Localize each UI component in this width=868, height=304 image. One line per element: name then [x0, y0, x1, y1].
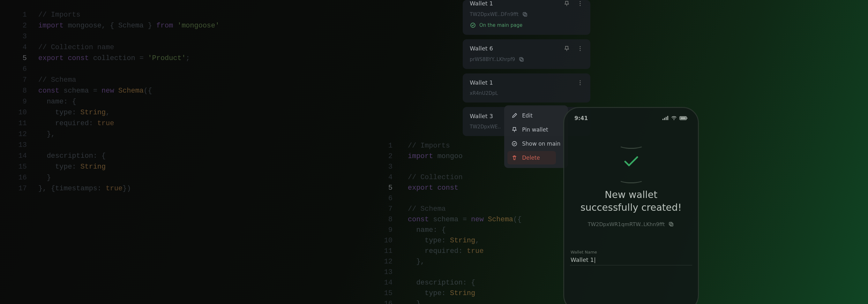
- svg-rect-9: [521, 58, 523, 61]
- svg-rect-22: [670, 223, 673, 226]
- svg-rect-4: [523, 12, 526, 15]
- svg-rect-21: [687, 118, 687, 119]
- more-icon[interactable]: [577, 80, 583, 86]
- check-circle-icon: [470, 22, 476, 28]
- more-icon[interactable]: [577, 0, 583, 7]
- menu-item-pin[interactable]: Pin wallet: [504, 123, 568, 137]
- check-icon: [624, 156, 639, 167]
- check-circle-icon: [511, 141, 518, 147]
- wallet-name-input[interactable]: Wallet Name Wallet 1|: [570, 250, 692, 265]
- status-time: 9:41: [575, 115, 588, 121]
- success-illustration: [570, 141, 692, 191]
- pin-icon[interactable]: [564, 0, 570, 7]
- wifi-icon: [671, 116, 677, 120]
- input-value: Wallet 1|: [570, 256, 691, 263]
- wallet-card[interactable]: Wallet 1 xR4nU2DpL: [463, 73, 590, 102]
- wallet-address: TW2DpxWR1qmRTW..LKhn9fft: [588, 221, 665, 227]
- pin-icon[interactable]: [564, 45, 570, 52]
- wallet-address: TW2DpxWE..: [470, 124, 501, 130]
- svg-rect-16: [664, 118, 665, 120]
- on-main-page-label: On the main page: [479, 22, 522, 28]
- menu-item-delete[interactable]: Delete: [504, 151, 568, 165]
- wallet-context-menu: Edit Pin wallet Show on main Delete: [504, 105, 568, 168]
- svg-rect-18: [667, 116, 668, 120]
- svg-rect-15: [662, 119, 663, 120]
- wallet-name: Wallet 1: [470, 79, 493, 86]
- code-editor-snippet-1: 1// Imports 2import mongoose, { Schema }…: [9, 9, 220, 194]
- input-label: Wallet Name: [570, 250, 691, 254]
- svg-point-2: [580, 5, 581, 6]
- svg-point-12: [580, 82, 581, 83]
- svg-point-13: [580, 84, 581, 85]
- code-editor-snippet-2: 1// Imports 2import mongoo 3 4// Collect…: [380, 141, 521, 304]
- wallet-card[interactable]: Wallet 6 prWS8BYY..LKhrpf9: [463, 39, 590, 69]
- success-heading: New wallet successfully created!: [570, 188, 692, 214]
- pencil-icon: [511, 113, 518, 119]
- decorative-arc-icon: [619, 176, 644, 183]
- copy-icon[interactable]: [518, 56, 525, 63]
- copy-icon[interactable]: [668, 221, 674, 227]
- wallet-address: xR4nU2DpL: [470, 90, 498, 96]
- svg-rect-17: [666, 117, 666, 120]
- svg-point-8: [580, 50, 581, 51]
- menu-item-edit[interactable]: Edit: [504, 109, 568, 123]
- wallet-name: Wallet 3: [470, 113, 493, 119]
- wallet-name: Wallet 6: [470, 45, 493, 52]
- wallet-address: prWS8BYY..LKhrpf9: [470, 57, 515, 62]
- svg-rect-23: [669, 222, 672, 225]
- menu-item-show-main[interactable]: Show on main: [504, 137, 568, 151]
- svg-point-7: [580, 48, 581, 49]
- svg-point-6: [580, 46, 581, 47]
- more-icon[interactable]: [577, 45, 583, 52]
- signal-icon: [662, 116, 669, 120]
- status-bar: 9:41: [570, 114, 692, 121]
- wallet-name: Wallet 1: [470, 0, 493, 7]
- phone-mockup: 9:41 New wallet successfully created! TW…: [563, 107, 699, 304]
- battery-icon: [679, 116, 688, 120]
- svg-rect-3: [524, 13, 527, 16]
- wallet-card[interactable]: Wallet 1 TW2DpxWE..DFn9fft On the main p…: [463, 0, 590, 35]
- pin-icon: [511, 126, 518, 133]
- svg-point-1: [580, 3, 581, 4]
- svg-point-0: [580, 1, 581, 2]
- svg-rect-10: [520, 58, 522, 60]
- copy-icon[interactable]: [522, 11, 528, 18]
- wallet-address: TW2DpxWE..DFn9fft: [470, 11, 519, 17]
- svg-rect-20: [680, 117, 686, 119]
- decorative-arc-icon: [619, 142, 644, 149]
- trash-icon: [511, 155, 518, 161]
- svg-point-11: [580, 80, 581, 81]
